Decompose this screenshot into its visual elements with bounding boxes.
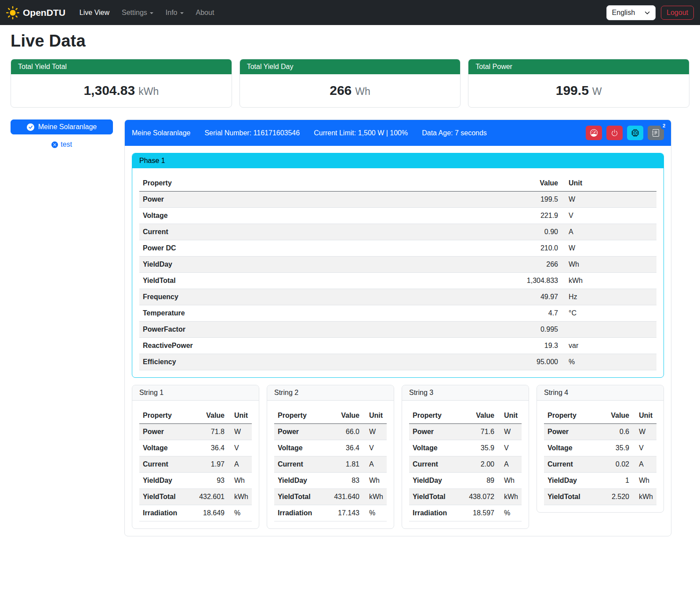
logout-button[interactable]: Logout [661, 6, 694, 20]
value-cell: 19.3 [518, 338, 562, 354]
inverter-select-meine-solaranlage[interactable]: Meine Solaranlage [11, 119, 113, 134]
inverter-card-header: Meine Solaranlage Serial Number: 1161716… [125, 120, 671, 146]
summary-value: 266 [330, 83, 352, 98]
string-title: String 1 [132, 385, 259, 401]
page-container: Live Data Total Yield Total 1,304.83kWh … [0, 32, 700, 536]
nav-live-view[interactable]: Live View [73, 5, 116, 20]
value-cell: 71.6 [464, 424, 498, 440]
string-table: Property Value Unit Power71.8W Voltage36… [139, 408, 252, 521]
brand[interactable]: OpenDTU [6, 6, 65, 19]
property-cell: Power [274, 424, 330, 440]
property-cell: Voltage [139, 208, 518, 224]
event-log-button[interactable]: 2 [648, 126, 664, 140]
value-cell: 2.00 [464, 456, 498, 473]
unit-cell: % [363, 505, 387, 521]
value-cell: 71.8 [195, 424, 228, 440]
table-header-row: Property Value Unit [139, 408, 252, 424]
value-cell: 89 [464, 473, 498, 489]
nav-about[interactable]: About [190, 5, 221, 20]
col-value: Value [330, 408, 363, 424]
chevron-down-icon [150, 12, 153, 14]
string-table: Property Value Unit Power0.6W Voltage35.… [544, 408, 656, 505]
inverter-sidebar: Meine Solaranlage test [11, 119, 113, 148]
unit-cell: % [562, 354, 656, 370]
table-header-row: Property Value Unit [409, 408, 522, 424]
value-cell: 0.6 [599, 424, 633, 440]
language-select[interactable]: English [606, 5, 656, 20]
device-info-button[interactable] [627, 126, 643, 140]
property-cell: YieldDay [139, 257, 518, 273]
table-row: Temperature4.7°C [139, 305, 656, 322]
unit-cell: V [562, 208, 656, 224]
unit-cell: Hz [562, 289, 656, 305]
nav-settings-label: Settings [122, 9, 147, 16]
summary-card-total-power: Total Power 199.5W [468, 59, 689, 108]
table-row: YieldDay1Wh [544, 473, 656, 489]
string-title: String 4 [537, 385, 664, 401]
summary-card-title: Total Yield Total [11, 59, 232, 74]
table-row: Current0.90A [139, 224, 656, 240]
speedometer-icon [590, 129, 598, 137]
unit-cell: V [498, 440, 522, 456]
unit-cell: W [363, 424, 387, 440]
table-row: Power71.6W [409, 424, 522, 440]
navbar-right: English Logout [606, 5, 694, 20]
property-cell: YieldDay [544, 473, 599, 489]
value-cell: 18.597 [464, 505, 498, 521]
property-cell: Current [274, 456, 330, 473]
table-row: Efficiency95.000% [139, 354, 656, 370]
unit-cell: V [228, 440, 252, 456]
value-cell: 35.9 [599, 440, 633, 456]
summary-value: 199.5 [556, 83, 589, 98]
string-body: Property Value Unit Power0.6W Voltage35.… [537, 401, 664, 512]
col-unit: Unit [633, 408, 656, 424]
property-cell: Current [544, 456, 599, 473]
property-cell: Power [139, 192, 518, 208]
property-cell: Voltage [274, 440, 330, 456]
string-body: Property Value Unit Power66.0W Voltage36… [267, 401, 394, 528]
col-value: Value [195, 408, 228, 424]
property-cell: Power [409, 424, 464, 440]
unit-cell: var [562, 338, 656, 354]
unit-cell: kWh [633, 489, 656, 505]
value-cell: 18.649 [195, 505, 228, 521]
language-value: English [612, 9, 635, 17]
property-cell: YieldTotal [139, 273, 518, 289]
col-value: Value [599, 408, 633, 424]
table-row: Current2.00A [409, 456, 522, 473]
table-row: Irradiation18.649% [139, 505, 252, 521]
nav-info-label: Info [166, 9, 178, 16]
property-cell: Power DC [139, 240, 518, 257]
nav-settings-dropdown[interactable]: Settings [116, 5, 160, 20]
col-property: Property [274, 408, 330, 424]
inverter-serial: Serial Number: 116171603546 [204, 129, 300, 137]
inverter-actions: 2 [586, 126, 664, 140]
property-cell: YieldDay [274, 473, 330, 489]
unit-cell: A [498, 456, 522, 473]
col-property: Property [139, 408, 195, 424]
summary-unit: Wh [355, 86, 370, 97]
unit-cell: kWh [228, 489, 252, 505]
nav-info-dropdown[interactable]: Info [160, 5, 190, 20]
value-cell: 66.0 [330, 424, 363, 440]
chevron-down-icon [645, 10, 650, 15]
table-row: Voltage221.9V [139, 208, 656, 224]
table-row: YieldDay266Wh [139, 257, 656, 273]
property-cell: Irradiation [409, 505, 464, 521]
string-table: Property Value Unit Power71.6W Voltage35… [409, 408, 522, 521]
table-row: Current1.81A [274, 456, 387, 473]
power-button[interactable] [606, 126, 623, 140]
unit-cell: A [228, 456, 252, 473]
string-body: Property Value Unit Power71.6W Voltage35… [402, 401, 529, 528]
unit-cell: W [228, 424, 252, 440]
inverter-card: Meine Solaranlage Serial Number: 1161716… [124, 119, 671, 536]
value-cell: 1.97 [195, 456, 228, 473]
unit-cell: % [498, 505, 522, 521]
table-row: Frequency49.97Hz [139, 289, 656, 305]
summary-unit: kWh [138, 86, 159, 97]
col-unit: Unit [363, 408, 387, 424]
table-row: YieldDay93Wh [139, 473, 252, 489]
inverter-select-test[interactable]: test [11, 141, 113, 148]
page-title: Live Data [11, 32, 689, 51]
limit-settings-button[interactable] [586, 126, 602, 140]
